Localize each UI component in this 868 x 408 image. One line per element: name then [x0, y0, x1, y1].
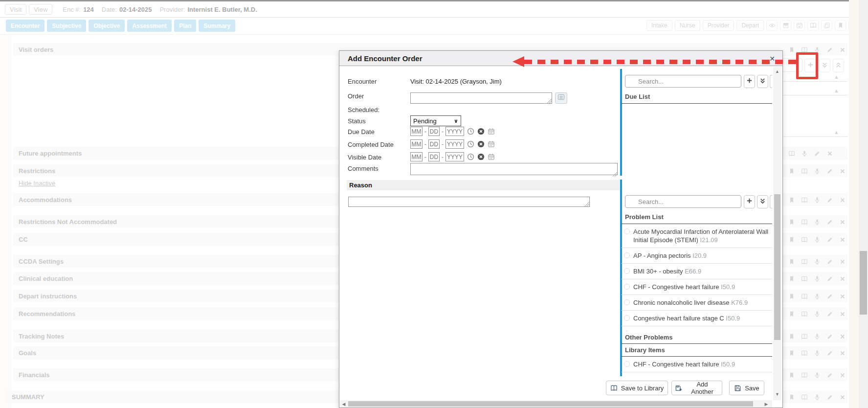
bookmark-icon[interactable] [787, 45, 796, 54]
radio-icon[interactable] [624, 361, 630, 367]
close-icon[interactable] [838, 332, 847, 341]
bookmark-icon[interactable] [787, 166, 796, 176]
scroll-left-icon[interactable]: ◀ [340, 402, 347, 407]
collapse-arrow-icon[interactable]: ▲ [834, 88, 839, 93]
pencil-icon[interactable] [825, 332, 834, 341]
resize-handle[interactable] [585, 202, 589, 206]
bookmark-icon[interactable] [835, 20, 846, 31]
dialog-vertical-scrollbar-thumb[interactable] [774, 194, 780, 340]
problem-item[interactable]: AP - Angina pectoris I20.9 [622, 248, 772, 264]
visible-date-dd-input[interactable] [428, 152, 440, 161]
bookmark-icon[interactable] [787, 370, 796, 380]
problem-item[interactable]: CHF - Congestive heart failure I50.9 [622, 357, 772, 372]
visit-orders-collapse-all-button[interactable] [833, 59, 844, 72]
microphone-icon[interactable] [813, 348, 822, 358]
problem-search-input[interactable] [625, 195, 741, 208]
completed-date-yyyy-input[interactable] [445, 139, 464, 149]
book-icon[interactable] [800, 309, 809, 318]
radio-icon[interactable] [624, 299, 630, 305]
completed-date-mm-input[interactable] [410, 139, 423, 149]
collapse-arrow-icon[interactable]: ▲ [834, 74, 839, 80]
pencil-icon[interactable] [825, 348, 834, 358]
calendar-check-icon[interactable] [794, 20, 805, 31]
pencil-icon[interactable] [825, 370, 834, 380]
book-icon[interactable] [787, 149, 796, 158]
problem-item[interactable]: Congestive heart failure stage C I50.9 [622, 311, 772, 326]
bookmark-icon[interactable] [787, 348, 796, 358]
book-icon[interactable] [800, 195, 809, 204]
radio-icon[interactable] [624, 284, 630, 290]
radio-icon[interactable] [624, 252, 630, 258]
microphone-icon[interactable] [813, 292, 822, 301]
due-expand-button[interactable] [757, 75, 768, 88]
tab-encounter[interactable]: Encounter [6, 20, 45, 32]
calendar-icon[interactable] [488, 153, 495, 160]
resize-handle[interactable] [613, 172, 617, 177]
visit-button[interactable]: Visit [5, 4, 26, 15]
comments-textarea[interactable] [410, 163, 618, 175]
reason-input[interactable] [348, 197, 590, 207]
microphone-icon[interactable] [813, 217, 822, 227]
tab-assessment[interactable]: Assessment [127, 20, 172, 32]
visible-date-yyyy-input[interactable] [445, 152, 464, 161]
archive-icon[interactable] [780, 20, 791, 31]
visit-orders-expand-all-button[interactable] [819, 59, 830, 72]
bookmark-icon[interactable] [787, 217, 796, 227]
status-select[interactable]: Pending ∨ [410, 115, 461, 126]
clock-icon[interactable] [467, 153, 474, 160]
close-icon[interactable] [838, 274, 847, 283]
book-icon[interactable] [800, 274, 809, 283]
close-icon[interactable] [825, 149, 834, 158]
problem-item[interactable]: BMI 30+ - obesity E66.9 [622, 264, 772, 279]
problem-item[interactable]: Coronary Atherosclerosis of Native Coron… [622, 326, 772, 331]
bookmark-icon[interactable] [787, 392, 796, 402]
book-icon[interactable] [800, 392, 809, 402]
close-icon[interactable] [838, 235, 847, 244]
book-icon[interactable] [800, 257, 809, 266]
calendar-icon[interactable] [488, 128, 495, 135]
pencil-icon[interactable] [825, 257, 834, 266]
bookmark-icon[interactable] [787, 257, 796, 266]
pencil-icon[interactable] [825, 217, 834, 227]
microphone-icon[interactable] [813, 166, 822, 176]
completed-date-dd-input[interactable] [428, 139, 440, 149]
bookmark-icon[interactable] [787, 332, 796, 341]
pencil-icon[interactable] [813, 149, 822, 158]
microphone-icon[interactable] [813, 274, 822, 283]
calendar-icon[interactable] [488, 140, 495, 148]
pencil-icon[interactable] [825, 45, 834, 54]
radio-icon[interactable] [624, 228, 630, 234]
save-button[interactable]: Save [729, 381, 764, 395]
due-search-input[interactable] [625, 75, 741, 88]
dialog-horizontal-scrollbar-thumb[interactable] [348, 401, 753, 407]
microphone-icon[interactable] [813, 257, 822, 266]
problem-expand-button[interactable] [757, 195, 768, 208]
scroll-up-icon[interactable]: ▲ [773, 69, 781, 74]
book-icon[interactable] [800, 348, 809, 358]
clear-date-icon[interactable] [477, 128, 485, 135]
bookmark-icon[interactable] [787, 309, 796, 318]
resize-handle[interactable] [547, 99, 552, 103]
pencil-icon[interactable] [825, 392, 834, 402]
tab-summary[interactable]: Summary [199, 20, 235, 32]
problem-add-button[interactable] [744, 195, 755, 208]
radio-icon[interactable] [624, 268, 630, 274]
close-icon[interactable] [838, 348, 847, 358]
collapse-arrow-icon[interactable]: ▲ [834, 129, 839, 135]
close-icon[interactable] [838, 166, 847, 176]
pencil-icon[interactable] [825, 274, 834, 283]
visible-date-mm-input[interactable] [410, 152, 423, 161]
close-icon[interactable] [838, 292, 847, 301]
add-another-button[interactable]: Add Another [671, 381, 722, 395]
pencil-icon[interactable] [825, 292, 834, 301]
order-input[interactable] [410, 92, 552, 104]
problem-item[interactable]: Hypertension I10 [622, 372, 772, 376]
microphone-icon[interactable] [813, 392, 822, 402]
clear-date-icon[interactable] [477, 153, 485, 160]
microphone-icon[interactable] [813, 235, 822, 244]
book-icon[interactable] [800, 332, 809, 341]
book-icon[interactable] [800, 217, 809, 227]
close-icon[interactable] [838, 45, 847, 54]
pencil-icon[interactable] [825, 166, 834, 176]
due-date-mm-input[interactable] [410, 127, 423, 136]
